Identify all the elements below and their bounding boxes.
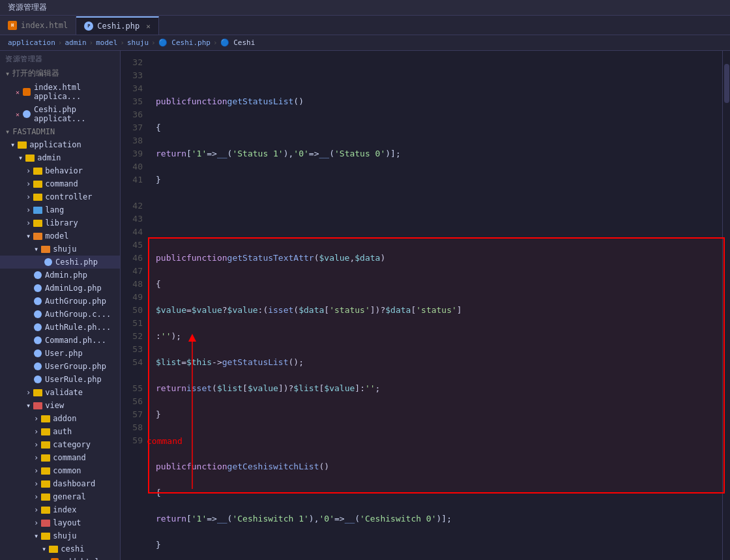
sidebar-folder-view[interactable]: ▾ view xyxy=(0,399,120,412)
view-label: view xyxy=(45,401,64,410)
code-container[interactable]: 32 33 34 35 36 37 38 39 40 41 42 43 44 4… xyxy=(121,51,730,560)
folder-icon-dashboard xyxy=(41,480,50,488)
sidebar-item-usergroup-php[interactable]: UserGroup.php xyxy=(0,360,120,373)
sidebar-folder-category[interactable]: › category xyxy=(0,438,120,451)
sidebar-folder-ceshi[interactable]: ▾ ceshi xyxy=(0,542,120,555)
menu-item-explorer[interactable]: 资源管理器 xyxy=(5,1,50,14)
folder-icon-auth xyxy=(41,428,50,435)
sidebar-folder-lang[interactable]: › lang xyxy=(0,203,120,216)
addon-label: addon xyxy=(53,414,76,423)
common-label: common xyxy=(53,466,81,475)
sidebar-folder-auth[interactable]: › auth xyxy=(0,425,120,438)
library-chevron: › xyxy=(26,218,31,228)
sidebar-folder-library[interactable]: › library xyxy=(0,216,120,229)
bc-model[interactable]: model xyxy=(96,38,117,47)
sidebar-item-userrule-php[interactable]: UserRule.php xyxy=(0,373,120,386)
bc-admin[interactable]: admin xyxy=(65,38,86,47)
bc-ceshi-php[interactable]: 🔵 Ceshi.php xyxy=(158,38,211,47)
sidebar-folder-general[interactable]: › general xyxy=(0,490,120,503)
sidebar-item-authgroupc-php[interactable]: AuthGroup.c... xyxy=(0,308,120,321)
lang-label: lang xyxy=(45,205,64,214)
sidebar-item-authrule-php[interactable]: AuthRule.ph... xyxy=(0,321,120,334)
view-chevron: ▾ xyxy=(26,401,31,410)
open-editors-chevron: ▾ xyxy=(5,69,10,78)
scrollbar-thumb[interactable] xyxy=(724,64,729,103)
sidebar-folder-index[interactable]: › index xyxy=(0,503,120,516)
folder-icon-admin xyxy=(25,155,35,162)
validate-label: validate xyxy=(45,388,83,397)
sidebar-folder-layout[interactable]: › layout xyxy=(0,516,120,529)
command-view-chevron: › xyxy=(34,453,38,462)
folder-icon-model xyxy=(33,233,42,240)
sidebar-item-command-php[interactable]: Command.ph... xyxy=(0,334,120,347)
sidebar-folder-behavior[interactable]: › behavior xyxy=(0,164,120,177)
sidebar-folder-command-view[interactable]: › command xyxy=(0,451,120,464)
sidebar-folder-admin[interactable]: ▾ admin xyxy=(0,151,120,164)
folder-icon-general xyxy=(41,494,50,501)
main-area: 资源管理器 ▾ 打开的编辑器 ✕ index.html applica... ✕… xyxy=(0,51,730,560)
mini-map[interactable] xyxy=(722,51,730,560)
php-icon-adminlog xyxy=(34,284,42,292)
folder-icon-library xyxy=(33,220,42,227)
admin-chevron: ▾ xyxy=(18,153,23,162)
sidebar-folder-application[interactable]: ▾ application xyxy=(0,138,120,151)
bc-shuju[interactable]: shuju xyxy=(127,38,149,47)
code-line-45 xyxy=(156,434,722,447)
code-line-42: $list = $this->getStatusList(); xyxy=(156,356,722,369)
folder-icon-command xyxy=(33,181,42,188)
command-label: command xyxy=(45,179,78,188)
sidebar-item-add-html[interactable]: add.html xyxy=(0,555,120,560)
shuju-view-chevron: ▾ xyxy=(34,531,38,540)
authgroup-php-label: AuthGroup.php xyxy=(45,297,106,306)
tab-index-html[interactable]: H index.html xyxy=(0,16,76,35)
sidebar-folder-common[interactable]: › common xyxy=(0,464,120,477)
sidebar-item-ceshi-php-file[interactable]: Ceshi.php xyxy=(0,256,120,269)
code-content[interactable]: public function getStatusList() { return… xyxy=(148,51,730,560)
sidebar-item-user-php[interactable]: User.php xyxy=(0,347,120,360)
sidebar-section-explorer[interactable]: 资源管理器 xyxy=(0,51,120,66)
usergroup-php-label: UserGroup.php xyxy=(45,362,106,371)
sidebar-folder-addon[interactable]: › addon xyxy=(0,412,120,425)
code-line-44: } xyxy=(156,408,722,421)
folder-icon-view xyxy=(33,402,42,409)
folder-icon-shuju xyxy=(41,246,50,253)
open-editors-label: 打开的编辑器 xyxy=(12,68,59,79)
code-line-36: } xyxy=(156,173,722,186)
sidebar-folder-shuju[interactable]: ▾ shuju xyxy=(0,243,120,256)
layout-label: layout xyxy=(53,518,81,527)
bc-application[interactable]: application xyxy=(8,38,55,47)
tab-bar: H index.html P Ceshi.php ✕ xyxy=(0,16,730,35)
code-line-34: { xyxy=(156,121,722,134)
sidebar-item-ceshi-php[interactable]: ✕ Ceshi.php applicat... xyxy=(0,103,120,125)
code-line-47: { xyxy=(156,486,722,499)
sidebar-item-index-html[interactable]: ✕ index.html applica... xyxy=(0,81,120,103)
sidebar-section-fastadmin[interactable]: ▾ FASTADMIN xyxy=(0,125,120,138)
sidebar-folder-validate[interactable]: › validate xyxy=(0,386,120,399)
sidebar-folder-model[interactable]: ▾ model xyxy=(0,229,120,243)
folder-icon-common xyxy=(41,467,50,475)
sidebar-item-admin-php[interactable]: Admin.php xyxy=(0,269,120,282)
sidebar-folder-controller[interactable]: › controller xyxy=(0,190,120,203)
sidebar-folder-dashboard[interactable]: › dashboard xyxy=(0,477,120,490)
command-chevron: › xyxy=(26,179,31,188)
dashboard-label: dashboard xyxy=(53,479,95,488)
bc-sep-5: › xyxy=(213,38,218,47)
controller-chevron: › xyxy=(26,192,31,201)
tab-ceshi-php[interactable]: P Ceshi.php ✕ xyxy=(76,16,159,35)
auth-chevron: › xyxy=(34,427,38,436)
code-line-35: return ['1' => __('Status 1'), '0' => __… xyxy=(156,147,722,160)
php-icon-authgroup xyxy=(34,297,42,305)
general-label: general xyxy=(53,492,86,501)
behavior-label: behavior xyxy=(45,166,83,175)
admin-label: admin xyxy=(37,153,61,162)
sidebar-folder-command[interactable]: › command xyxy=(0,177,120,190)
folder-icon-index xyxy=(41,507,50,514)
folder-chevron: ▾ xyxy=(10,140,15,149)
bc-ceshi-class[interactable]: 🔵 Ceshi xyxy=(220,38,256,47)
sidebar-item-adminlog-php[interactable]: AdminLog.php xyxy=(0,282,120,295)
code-line-40: { xyxy=(156,278,722,291)
sidebar-folder-shuju-view[interactable]: ▾ shuju xyxy=(0,529,120,542)
sidebar-section-open-editors[interactable]: ▾ 打开的编辑器 xyxy=(0,66,120,81)
tab-close-icon[interactable]: ✕ xyxy=(146,23,151,30)
sidebar-item-authgroup-php[interactable]: AuthGroup.php xyxy=(0,295,120,308)
